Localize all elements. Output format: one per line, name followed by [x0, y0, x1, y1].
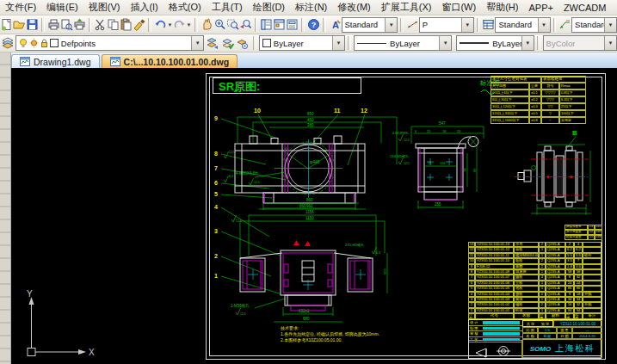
layer-isolate-button[interactable]	[235, 36, 250, 51]
table-style-combo[interactable]: Standard▼	[495, 17, 550, 33]
help-button[interactable]: ?	[307, 17, 320, 32]
draw-toolbar-strip[interactable]	[0, 52, 11, 364]
chevron-down-icon[interactable]: ▼	[191, 36, 203, 50]
menu-item[interactable]: 修改(M)	[332, 1, 376, 14]
drawing-canvas[interactable]: SR原图: 标准图 850	[11, 68, 617, 364]
tab-label: C:\...10.10.100.01.00.dwg	[124, 57, 230, 67]
menu-item[interactable]: 工具(T)	[207, 1, 248, 14]
svg-text:12.5: 12.5	[229, 151, 235, 154]
menu-item[interactable]: APP+	[523, 3, 558, 13]
chevron-down-icon[interactable]: ▼	[521, 36, 534, 50]
undo-button[interactable]	[154, 17, 167, 32]
menu-item[interactable]: 编辑(E)	[41, 1, 83, 14]
svg-text:6.3: 6.3	[376, 251, 380, 255]
menu-item[interactable]: 标注(N)	[290, 1, 332, 14]
svg-text:6.3: 6.3	[229, 175, 233, 178]
toolbar-separator	[301, 18, 305, 32]
chevron-down-icon[interactable]: ▼	[332, 36, 344, 50]
svg-text:2X6-M5锥孔: 2X6-M5锥孔	[390, 154, 409, 158]
svg-text:255: 255	[435, 202, 441, 207]
print-button[interactable]	[47, 17, 60, 32]
svg-text:1: 1	[214, 273, 218, 279]
lineweight-combo[interactable]: ByLayer▼	[456, 35, 534, 51]
svg-text:8: 8	[214, 151, 218, 157]
svg-text:B: B	[572, 129, 577, 137]
company-brand: SOMO 上海松科	[522, 339, 602, 358]
designcenter-panel-button[interactable]	[273, 17, 286, 32]
save-button[interactable]	[26, 17, 39, 32]
zoom-previous-button[interactable]	[239, 17, 252, 32]
linetype-combo[interactable]: ByLayer▼	[354, 35, 452, 51]
sub-table-row: 组装总重量 25 148	[565, 235, 602, 240]
layer-previous-button[interactable]	[204, 36, 219, 51]
layer-states-button[interactable]	[219, 36, 235, 51]
redo-button[interactable]	[173, 17, 186, 32]
menu-item[interactable]: 文件(F)	[0, 1, 41, 14]
chevron-down-icon[interactable]: ▼	[385, 18, 397, 32]
document-tab-bar: Drawing1.dwg C:\...10.10.100.01.00.dwg	[0, 52, 617, 68]
redo-dropdown[interactable]: ▼	[186, 17, 192, 32]
svg-text:4-M5深8孔: 4-M5深8孔	[392, 131, 409, 135]
copy-button[interactable]	[107, 17, 120, 32]
chevron-down-icon[interactable]: ▼	[461, 18, 473, 32]
paste-button[interactable]	[120, 17, 133, 32]
company-name: 上海松科	[555, 342, 595, 355]
svg-text:10: 10	[254, 108, 261, 114]
zoom-window-button[interactable]	[226, 17, 239, 32]
menu-item[interactable]: 格式(O)	[164, 1, 207, 14]
table-style-icon	[482, 17, 495, 32]
menu-item[interactable]: 绘图(D)	[248, 1, 290, 14]
toolbar-separator	[148, 18, 151, 32]
linetype-sample	[357, 43, 386, 44]
svg-text:96: 96	[472, 168, 477, 172]
chevron-down-icon[interactable]: ▼	[439, 36, 451, 50]
toolbar-separator	[41, 18, 45, 32]
b-view: B	[515, 129, 591, 215]
quickcalc-panel-button[interactable]	[286, 17, 299, 32]
dim-style-combo[interactable]: P▼	[419, 17, 474, 33]
text-style-combo[interactable]: Standard▼	[342, 17, 398, 33]
plot-style-combo: ByColor▼	[543, 35, 617, 51]
svg-text:2X5-M5锥孔: 2X5-M5锥孔	[345, 243, 364, 247]
tab-drawing1[interactable]: Drawing1.dwg	[11, 54, 100, 68]
menu-item[interactable]: 帮助(H)	[481, 1, 523, 14]
open-file-button[interactable]	[13, 17, 26, 32]
notes-heading: 技术要求:	[281, 325, 410, 331]
zoom-realtime-button[interactable]	[213, 17, 226, 32]
undo-dropdown[interactable]: ▼	[167, 17, 173, 32]
svg-text:547: 547	[439, 121, 446, 126]
svg-text:300: 300	[383, 268, 387, 275]
svg-text:1150: 1150	[305, 216, 314, 220]
mleader-style-combo[interactable]: Standard▼	[571, 17, 617, 33]
layer-combo[interactable]: Defpoints ▼	[15, 35, 204, 51]
color-combo[interactable]: ByLayer▼	[259, 35, 345, 51]
signature-bar	[483, 332, 520, 336]
layer-on-icon	[19, 38, 28, 48]
tolerance-row: 315以上1000以下 ±0.8 ~ 未规定	[491, 117, 586, 124]
menu-item[interactable]: 扩展工具(X)	[376, 1, 437, 14]
layer-properties-button[interactable]	[0, 36, 15, 51]
drawing-number: YZ310.10.100.01.00	[553, 320, 602, 327]
menu-item[interactable]: 视图(V)	[83, 1, 126, 14]
new-file-button[interactable]	[0, 17, 13, 32]
chevron-down-icon[interactable]: ▼	[538, 18, 550, 32]
print-preview-button[interactable]	[60, 17, 73, 32]
menu-item[interactable]: 窗口(W)	[436, 1, 481, 14]
publish-button[interactable]	[73, 17, 86, 32]
match-properties-button[interactable]	[133, 17, 145, 32]
svg-text:12: 12	[361, 108, 367, 114]
toolbar-separator	[323, 18, 326, 32]
cut-button[interactable]	[94, 17, 107, 32]
layer-lock-icon	[40, 38, 48, 48]
chevron-down-icon[interactable]: ▼	[604, 18, 616, 32]
svg-text:3: 3	[214, 228, 218, 234]
pan-button[interactable]	[201, 17, 213, 32]
menu-item[interactable]: 插入(I)	[125, 1, 163, 14]
properties-panel-button[interactable]	[260, 17, 273, 32]
tolerance-row: 0.5以上6以下 ±0.1 ▽▽▽▽ 0.8以下	[491, 89, 586, 96]
tab-active-document[interactable]: C:\...10.10.100.01.00.dwg	[102, 54, 238, 68]
svg-text:X: X	[89, 348, 95, 357]
menu-item[interactable]: ZWCADM	[558, 3, 612, 13]
svg-text:860: 860	[299, 204, 306, 208]
svg-text:460: 460	[307, 118, 314, 122]
